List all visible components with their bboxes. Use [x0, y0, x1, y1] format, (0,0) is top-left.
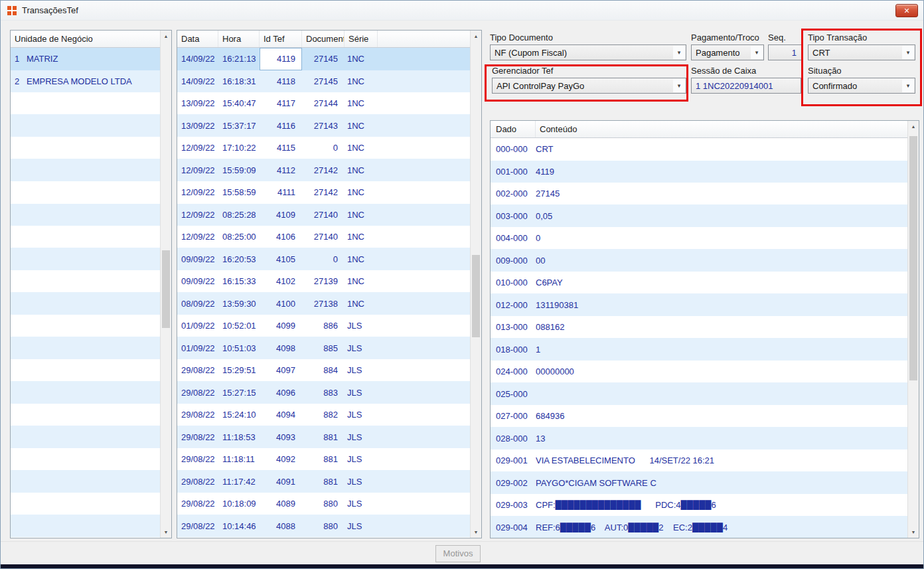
cell-serie: JLS	[345, 343, 378, 353]
chevron-down-icon[interactable]: ▾	[751, 46, 763, 59]
pagamento-troco-select[interactable]: Pagamento ▾	[691, 44, 764, 60]
scroll-down-icon[interactable]: ▼	[161, 527, 171, 538]
detail-row[interactable]: 013-000 088162	[491, 316, 907, 339]
detail-row[interactable]: 000-000 CRT	[491, 138, 907, 161]
transaction-row[interactable]: 29/08/22 11:18:11 4092 881 JLS	[177, 448, 470, 471]
detail-row[interactable]: 029-003 CPF:██████████████ PDC:4█████6	[491, 494, 907, 517]
cell-serie: JLS	[345, 499, 378, 509]
chevron-down-icon[interactable]: ▾	[673, 46, 685, 59]
detail-row[interactable]: 001-000 4119	[491, 161, 907, 183]
cell-conteudo: 4119	[536, 167, 907, 177]
unidade-row[interactable]: 2 EMPRESA MODELO LTDA	[11, 70, 160, 93]
detail-row[interactable]: 024-000 00000000	[491, 361, 907, 383]
transaction-row[interactable]: 13/09/22 15:37:17 4116 27143 1NC	[177, 115, 470, 137]
detail-row[interactable]: 003-000 0,05	[491, 205, 907, 228]
sessao-caixa-field[interactable]: 1 1NC20220914001	[691, 78, 801, 94]
titlebar[interactable]: TransaçõesTef ✕	[1, 1, 923, 21]
detail-row[interactable]: 012-000 131190381	[491, 294, 907, 317]
transaction-row[interactable]: 14/09/22 16:21:13 4119 27145 1NC	[177, 48, 470, 70]
unidade-scrollbar[interactable]: ▲ ▼	[160, 31, 171, 538]
detail-row[interactable]: 004-000 0	[491, 227, 907, 250]
detail-row[interactable]: 025-000	[491, 383, 907, 406]
scroll-down-icon[interactable]: ▼	[471, 527, 481, 538]
motivos-button[interactable]: Motivos	[435, 545, 481, 562]
transaction-row[interactable]: 12/09/22 15:59:09 4112 27142 1NC	[177, 159, 470, 182]
transaction-row[interactable]: 29/08/22 11:18:53 4093 881 JLS	[177, 426, 470, 449]
scroll-up-icon[interactable]: ▲	[161, 31, 171, 42]
scroll-thumb[interactable]	[472, 255, 480, 337]
tipo-documento-select[interactable]: NF (Cupom Fiscal) ▾	[490, 44, 686, 60]
unidade-num: 2	[11, 76, 27, 86]
close-button[interactable]: ✕	[895, 4, 918, 17]
cell-serie: 1NC	[345, 54, 378, 64]
transactions-scrollbar[interactable]: ▲ ▼	[470, 31, 481, 538]
detail-scroll-track[interactable]	[908, 132, 919, 527]
cell-hora: 16:18:31	[218, 76, 260, 86]
transaction-row[interactable]: 09/09/22 16:15:33 4102 27139 1NC	[177, 270, 470, 293]
cell-conteudo: REF:6█████6 AUT:0█████2 EC:2█████4	[536, 523, 907, 532]
transaction-row[interactable]: 12/09/22 08:25:00 4106 27140 1NC	[177, 226, 470, 248]
cell-hora: 11:18:53	[218, 432, 260, 442]
detail-row[interactable]: 002-000 27145	[491, 183, 907, 205]
transaction-row[interactable]: 09/09/22 16:20:53 4105 0 1NC	[177, 248, 470, 271]
transaction-row[interactable]: 13/09/22 15:40:47 4117 27144 1NC	[177, 92, 470, 115]
cell-data: 12/09/22	[177, 165, 218, 175]
cell-hora: 15:29:51	[218, 365, 260, 375]
transaction-row[interactable]: 29/08/22 10:18:09 4089 880 JLS	[177, 493, 470, 515]
situacao-select[interactable]: Confirmado ▾	[808, 78, 915, 94]
transaction-row[interactable]: 08/09/22 13:59:30 4100 27138 1NC	[177, 293, 470, 315]
unidade-row[interactable]: 1 MATRIZ	[11, 48, 160, 70]
cell-data: 29/08/22	[177, 477, 218, 487]
cell-serie: 1NC	[345, 143, 378, 153]
transactions-scroll-track[interactable]	[471, 42, 481, 527]
scroll-thumb[interactable]	[909, 136, 917, 380]
transaction-row[interactable]: 29/08/22 15:27:15 4096 883 JLS	[177, 382, 470, 404]
detail-row[interactable]: 029-004 REF:6█████6 AUT:0█████2 EC:2████…	[491, 517, 907, 538]
scroll-up-icon[interactable]: ▲	[471, 31, 481, 42]
detail-row[interactable]: 029-001 VIA ESTABELECIMENTO 14/SET/22 16…	[491, 449, 907, 472]
cell-idtef: 4096	[260, 388, 302, 398]
gerenciador-tef-select[interactable]: API ControlPay PayGo ▾	[492, 78, 686, 94]
cell-data: 29/08/22	[177, 521, 218, 531]
detail-row[interactable]: 029-002 PAYGO*CIGAM SOFTWARE C	[491, 472, 907, 495]
transaction-row[interactable]: 12/09/22 15:58:59 4111 27142 1NC	[177, 181, 470, 204]
transaction-row[interactable]: 01/09/22 10:52:01 4099 886 JLS	[177, 315, 470, 337]
transaction-row[interactable]: 12/09/22 17:10:22 4115 0 1NC	[177, 137, 470, 159]
chevron-down-icon[interactable]: ▾	[673, 79, 685, 92]
transaction-row[interactable]: 29/08/22 15:24:10 4094 882 JLS	[177, 404, 470, 426]
chevron-down-icon[interactable]: ▾	[902, 79, 914, 92]
cell-conteudo: 00000000	[536, 366, 907, 376]
cell-hora: 13:59:30	[218, 299, 260, 309]
cell-hora: 16:20:53	[218, 254, 260, 264]
cell-dado: 018-000	[491, 345, 536, 355]
cell-hora: 16:21:13	[218, 54, 260, 64]
cell-conteudo: 00	[536, 256, 907, 266]
transaction-row[interactable]: 29/08/22 10:14:46 4088 880 JLS	[177, 515, 470, 538]
detail-row[interactable]: 028-000 13	[491, 428, 907, 450]
detail-scrollbar[interactable]: ▲ ▼	[907, 121, 919, 538]
cell-hora: 15:59:09	[218, 165, 260, 175]
cell-hora: 15:40:47	[218, 98, 260, 108]
cell-conteudo: 684936	[536, 411, 907, 421]
scroll-up-icon[interactable]: ▲	[908, 121, 919, 132]
cell-documento: 0	[302, 254, 345, 264]
detail-row[interactable]: 027-000 684936	[491, 405, 907, 428]
cell-serie: 1NC	[345, 210, 378, 220]
transaction-row[interactable]: 12/09/22 08:25:28 4109 27140 1NC	[177, 204, 470, 226]
detail-row[interactable]: 009-000 00	[491, 250, 907, 272]
scroll-thumb[interactable]	[162, 250, 170, 328]
transaction-row[interactable]: 29/08/22 15:29:51 4097 884 JLS	[177, 359, 470, 382]
unidade-scroll-track[interactable]	[161, 42, 171, 527]
transaction-row[interactable]: 29/08/22 11:17:42 4091 881 JLS	[177, 471, 470, 493]
scroll-down-icon[interactable]: ▼	[908, 527, 919, 538]
tipo-transacao-select[interactable]: CRT ▾	[808, 44, 915, 60]
transaction-row[interactable]: 14/09/22 16:18:31 4118 27145 1NC	[177, 70, 470, 93]
seq-field[interactable]: 1	[768, 44, 803, 60]
transaction-row[interactable]: 01/09/22 10:51:03 4098 885 JLS	[177, 337, 470, 360]
chevron-down-icon[interactable]: ▾	[902, 46, 914, 59]
cell-documento: 881	[302, 454, 345, 464]
cell-idtef: 4111	[260, 187, 302, 197]
cell-serie: JLS	[345, 321, 378, 331]
detail-row[interactable]: 010-000 C6PAY	[491, 272, 907, 294]
detail-row[interactable]: 018-000 1	[491, 339, 907, 361]
